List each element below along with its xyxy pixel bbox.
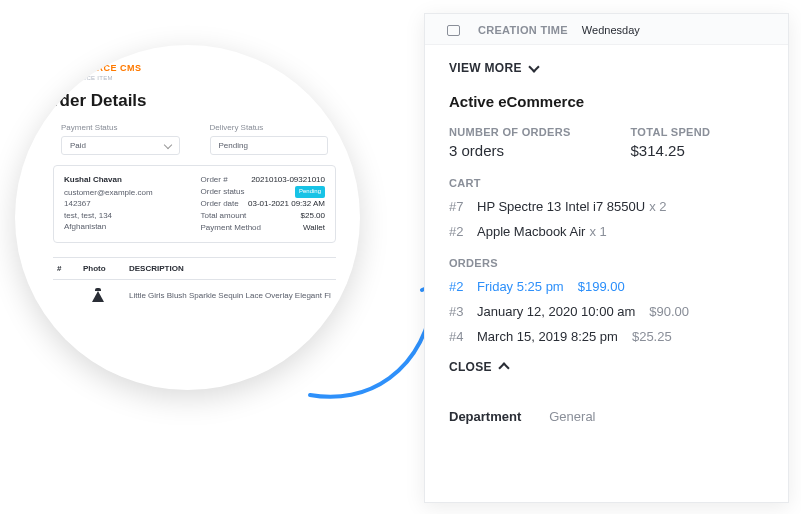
customer-email: customer@example.com — [64, 187, 189, 198]
tab-general[interactable]: General — [549, 403, 595, 430]
close-label: CLOSE — [449, 360, 492, 374]
delivery-status-value: Pending — [219, 141, 248, 150]
orders-count-value: 3 orders — [449, 142, 571, 159]
stats-row: NUMBER OF ORDERS 3 orders TOTAL SPEND $3… — [449, 126, 764, 159]
total-amount-label: Total amount — [201, 210, 247, 222]
order-date: March 15, 2019 8:25 pm — [477, 329, 618, 344]
total-spend-value: $314.25 — [631, 142, 711, 159]
order-number: #2 — [449, 279, 477, 294]
creation-time-label: CREATION TIME — [478, 24, 568, 36]
cart-item[interactable]: #2 Apple Macbook Air x 1 — [449, 224, 764, 239]
tab-department[interactable]: Department — [449, 403, 521, 430]
order-price: $199.00 — [578, 279, 625, 294]
order-date: Friday 5:25 pm — [477, 279, 564, 294]
customer-id: 142367 — [64, 198, 189, 209]
order-item[interactable]: #3 January 12, 2020 10:00 am $90.00 — [449, 304, 764, 319]
brand-name: ECOMMERCE CMS — [53, 63, 336, 73]
order-number: #4 — [449, 329, 477, 344]
chevron-down-icon — [163, 140, 171, 148]
row-photo — [83, 288, 113, 302]
payment-method-value: Wallet — [303, 222, 325, 234]
customer-name: Kushal Chavan — [64, 174, 189, 185]
close-button[interactable]: CLOSE — [449, 360, 764, 374]
customer-address: test, test, 134 — [64, 210, 189, 221]
order-date: January 12, 2020 10:00 am — [477, 304, 635, 319]
view-more-button[interactable]: VIEW MORE — [449, 61, 764, 75]
payment-status-label: Payment Status — [61, 123, 180, 132]
delivery-status-label: Delivery Status — [210, 123, 329, 132]
payment-method-label: Payment Method — [201, 222, 261, 234]
cart-item-name: HP Spectre 13 Intel i7 8550U — [477, 199, 645, 214]
section-title: Active eCommerce — [449, 93, 764, 110]
chevron-up-icon — [498, 362, 509, 373]
order-item[interactable]: #4 March 15, 2019 8:25 pm $25.25 — [449, 329, 764, 344]
order-price: $25.25 — [632, 329, 672, 344]
order-price: $90.00 — [649, 304, 689, 319]
order-date-label: Order date — [201, 198, 239, 210]
cart-label: CART — [449, 177, 764, 189]
order-number: #3 — [449, 304, 477, 319]
th-photo: Photo — [83, 264, 113, 273]
creation-time-value: Wednesday — [582, 24, 640, 36]
order-status-badge: Pending — [295, 186, 325, 198]
cart-item-name: Apple Macbook Air — [477, 224, 585, 239]
customer-country: Afghanistan — [64, 221, 189, 232]
th-description: DESCRIPTION — [129, 264, 184, 273]
payment-status-value: Paid — [70, 141, 86, 150]
dress-icon — [92, 288, 104, 302]
order-meta: Order #20210103-09321010 Order statusPen… — [201, 174, 326, 234]
total-spend-label: TOTAL SPEND — [631, 126, 711, 138]
creation-time-bar: CREATION TIME Wednesday — [425, 14, 788, 45]
orders-count-label: NUMBER OF ORDERS — [449, 126, 571, 138]
payment-status-select[interactable]: Paid — [61, 136, 180, 155]
order-item[interactable]: #2 Friday 5:25 pm $199.00 — [449, 279, 764, 294]
ecommerce-sidebar: CREATION TIME Wednesday VIEW MORE Active… — [424, 13, 789, 503]
th-index: # — [57, 264, 67, 273]
cart-item-number: #7 — [449, 199, 477, 214]
total-amount-value: $25.00 — [301, 210, 325, 222]
status-row: Payment Status Paid Delivery Status Pend… — [53, 123, 336, 155]
chevron-down-icon — [528, 61, 539, 72]
items-table-header: # Photo DESCRIPTION — [53, 257, 336, 280]
page-title: rder Details — [53, 91, 336, 111]
view-more-label: VIEW MORE — [449, 61, 522, 75]
customer-info: Kushal Chavan customer@example.com 14236… — [64, 174, 189, 234]
brand-subtitle: ECOMMERCE ITEM — [53, 75, 336, 81]
order-number-label: Order # — [201, 174, 228, 186]
tabs: Department General — [449, 394, 764, 430]
delivery-status-select[interactable]: Pending — [210, 136, 329, 155]
calendar-icon — [447, 25, 460, 36]
order-number-link[interactable]: 20210103-09321010 — [251, 174, 325, 186]
row-description: Little Girls Blush Sparkle Sequin Lace O… — [129, 291, 331, 300]
cart-item-number: #2 — [449, 224, 477, 239]
order-date-value: 03-01-2021 09:32 AM — [248, 198, 325, 210]
orders-label: ORDERS — [449, 257, 764, 269]
cart-item[interactable]: #7 HP Spectre 13 Intel i7 8550U x 2 — [449, 199, 764, 214]
table-row: Little Girls Blush Sparkle Sequin Lace O… — [53, 280, 336, 310]
cart-item-qty: x 1 — [589, 224, 606, 239]
cart-item-qty: x 2 — [649, 199, 666, 214]
order-details-box: Kushal Chavan customer@example.com 14236… — [53, 165, 336, 243]
order-status-label: Order status — [201, 186, 245, 198]
order-details-circle: ECOMMERCE CMS ECOMMERCE ITEM rder Detail… — [15, 45, 360, 390]
